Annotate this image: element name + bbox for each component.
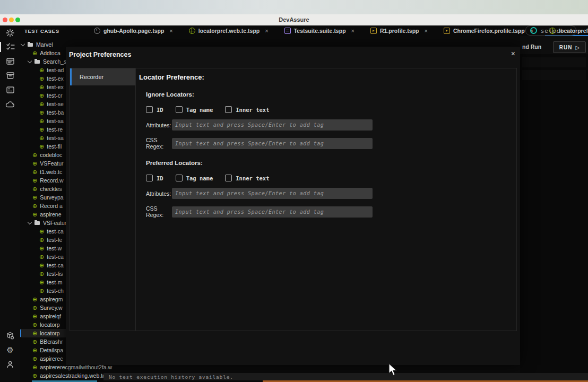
web-test-icon: ⊕ bbox=[39, 84, 44, 90]
editor-panel-partial: nd Run RUN ▷ bbox=[520, 36, 588, 382]
tree-item-label: test-ca bbox=[47, 262, 64, 268]
web-test-icon: ⊕ bbox=[39, 101, 44, 107]
tree-item-label: BBcrashr bbox=[40, 338, 63, 345]
field-label: CSS Regex: bbox=[146, 137, 172, 150]
tab-close-icon[interactable]: × bbox=[169, 28, 172, 34]
tree-item-label: test-m bbox=[47, 279, 62, 285]
checkbox-Tag name[interactable]: Tag name bbox=[176, 175, 213, 181]
tab-ChromeFirefox.profile.tspp[interactable]: ChromeFirefox.profile.tspp× bbox=[443, 25, 534, 36]
tab-label: Testsuite.suite.tspp bbox=[294, 28, 346, 34]
tree-item-label: locatorp bbox=[40, 330, 59, 336]
web-test-icon: ⊕ bbox=[32, 348, 37, 353]
close-icon[interactable]: × bbox=[511, 50, 515, 57]
checkbox-Inner text[interactable]: Inner text bbox=[225, 106, 269, 113]
console-icon[interactable] bbox=[0, 83, 20, 97]
tree-item-label: Survey.w bbox=[40, 305, 62, 311]
checkbox-icon[interactable] bbox=[146, 175, 153, 181]
web-test-icon: ⊕ bbox=[32, 186, 37, 192]
tab-label: ChromeFirefox.profile.tspp bbox=[453, 28, 525, 34]
tree-item-label: test-ca bbox=[47, 254, 64, 260]
tab-R1.profile.tspp[interactable]: R1.profile.tspp× bbox=[369, 25, 429, 36]
profile-icon[interactable] bbox=[0, 357, 20, 371]
tab-ghub-Apollo.page.tspp[interactable]: ghub-Apollo.page.tspp× bbox=[93, 25, 174, 36]
test-cases-icon[interactable] bbox=[0, 40, 20, 54]
section-title: Ignore Locators: bbox=[146, 91, 516, 98]
section-title: Preferred Locators: bbox=[146, 160, 516, 166]
checkbox-icon[interactable] bbox=[146, 106, 153, 113]
web-test-icon: ⊕ bbox=[32, 203, 37, 209]
web-test-icon: ⊕ bbox=[32, 331, 37, 336]
folder-icon bbox=[28, 43, 33, 47]
window-title: DevAssure bbox=[0, 16, 588, 23]
tree-item-label: aspirerec bbox=[40, 355, 63, 362]
checkbox-icon[interactable] bbox=[176, 106, 183, 113]
tab-label: ghub-Apollo.page.tspp bbox=[103, 28, 164, 34]
run-button[interactable]: RUN ▷ bbox=[553, 41, 586, 53]
tab-close-icon[interactable]: × bbox=[265, 28, 268, 34]
field-label: Attributes: bbox=[146, 122, 172, 128]
tree-item-label: test-ba bbox=[47, 109, 64, 116]
checkbox-Inner text[interactable]: Inner text bbox=[225, 175, 269, 181]
tree-item-label: test-lis bbox=[47, 271, 63, 277]
checkbox-ID[interactable]: ID bbox=[146, 175, 163, 181]
tree-item-label: aspireiqf bbox=[40, 313, 61, 319]
web-test-icon: ⊕ bbox=[32, 364, 37, 370]
folder-icon bbox=[34, 221, 40, 225]
tag-input-attributes[interactable] bbox=[172, 188, 373, 199]
tree-item-label: test-ca bbox=[47, 228, 64, 235]
web-test-icon: ⊕ bbox=[39, 76, 44, 82]
checkbox-icon[interactable] bbox=[176, 175, 183, 181]
web-test-icon: ⊕ bbox=[32, 322, 37, 328]
tag-input-cssregex[interactable] bbox=[172, 206, 373, 218]
web-test-icon: ⊕ bbox=[39, 229, 44, 235]
tab-close-icon[interactable]: × bbox=[351, 28, 354, 34]
cloud-icon[interactable] bbox=[0, 97, 20, 111]
record-and-run-button[interactable]: nd Run bbox=[522, 44, 541, 50]
chevron-down-icon[interactable] bbox=[28, 59, 32, 63]
web-test-icon: ⊕ bbox=[32, 50, 37, 56]
tab-Testsuite.suite.tspp[interactable]: Testsuite.suite.tspp× bbox=[283, 25, 356, 36]
play-icon: ▷ bbox=[575, 45, 580, 50]
tab-label: locatorpref.web.tc.tspp bbox=[198, 28, 260, 34]
window-titlebar: DevAssure bbox=[0, 14, 588, 26]
web-test-icon: ⊕ bbox=[39, 271, 44, 277]
web-test-icon: ⊕ bbox=[32, 339, 37, 345]
tab-close-icon[interactable]: × bbox=[425, 28, 428, 34]
web-test-icon: ⊕ bbox=[32, 356, 37, 362]
web-test-icon: ⊕ bbox=[32, 212, 37, 218]
field-label: CSS Regex: bbox=[146, 205, 172, 218]
tag-input-cssregex[interactable] bbox=[172, 138, 373, 149]
web-test-icon: ⊕ bbox=[32, 195, 37, 201]
tab-locatorpref.web.tc.tspp[interactable]: locatorpref.web.tc.tspp× bbox=[188, 25, 270, 36]
activity-rail: ⚙ bbox=[0, 25, 20, 382]
page-objects-icon[interactable] bbox=[0, 54, 20, 68]
tab-label: R1.profile.tspp bbox=[380, 28, 419, 34]
checkbox-icon[interactable] bbox=[225, 175, 232, 181]
environment-select[interactable]: select bbox=[525, 25, 576, 36]
chevron-down-icon[interactable] bbox=[28, 220, 32, 224]
web-test-icon: ⊕ bbox=[32, 297, 37, 302]
checkbox-ID[interactable]: ID bbox=[146, 106, 163, 113]
desktop-wallpaper bbox=[0, 0, 588, 14]
web-test-icon: ⊕ bbox=[39, 246, 44, 251]
folder-icon bbox=[34, 60, 40, 64]
packages-icon[interactable] bbox=[0, 328, 20, 343]
checkbox-label: Tag name bbox=[186, 107, 213, 113]
tree-item-label: Record a bbox=[40, 203, 63, 209]
checkbox-icon[interactable] bbox=[225, 106, 232, 113]
tree-item-label: Detailspa bbox=[40, 347, 63, 353]
tag-input-attributes[interactable] bbox=[172, 119, 373, 131]
checkbox-Tag name[interactable]: Tag name bbox=[176, 106, 213, 113]
settings-icon[interactable]: ⚙ bbox=[0, 343, 20, 357]
project-preferences-modal: Project Preferences × Recorder Locator P… bbox=[66, 47, 520, 365]
logo-icon bbox=[0, 25, 20, 40]
tree-item-label: test-ad bbox=[47, 67, 64, 73]
preferences-content: Locator Preference: Ignore Locators:IDTa… bbox=[136, 68, 516, 331]
tree-item-label: t1.web.tc bbox=[40, 169, 62, 175]
web-test-icon: ⊕ bbox=[39, 93, 44, 99]
chevron-down-icon[interactable] bbox=[21, 42, 25, 46]
nav-item-recorder[interactable]: Recorder bbox=[70, 68, 135, 85]
test-data-icon[interactable] bbox=[0, 68, 20, 83]
open-tabs: ghub-Apollo.page.tspp×locatorpref.web.tc… bbox=[93, 25, 588, 36]
web-test-icon: ⊕ bbox=[39, 254, 44, 260]
